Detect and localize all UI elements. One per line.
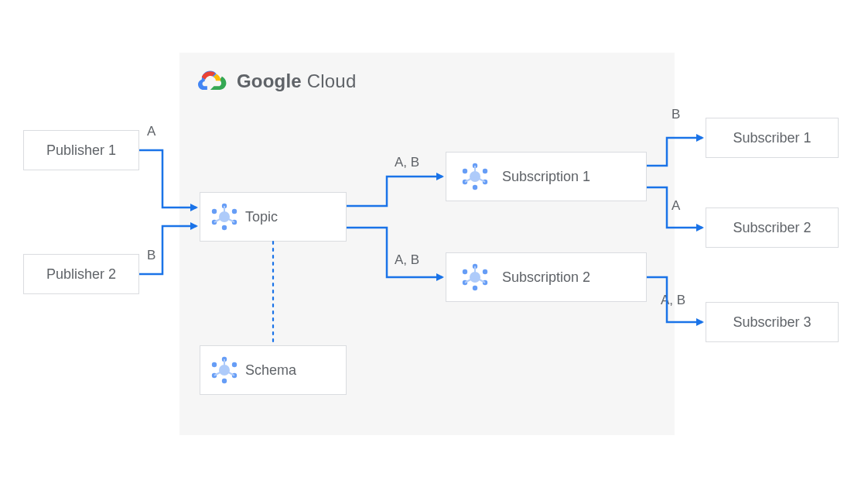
subscriber-1-label: Subscriber 1 <box>728 130 815 146</box>
google-cloud-title: Google Cloud <box>237 70 356 92</box>
publisher-2-label: Publisher 2 <box>42 266 121 283</box>
schema-label: Schema <box>241 362 301 379</box>
publisher-2-box: Publisher 2 <box>23 254 139 294</box>
topic-label: Topic <box>241 209 282 225</box>
svg-point-33 <box>463 269 467 274</box>
svg-point-14 <box>232 362 237 367</box>
edge-label-pub1-topic: A <box>147 124 155 139</box>
subscription-1-label: Subscription 1 <box>491 169 595 185</box>
pubsub-topic-icon <box>208 201 241 232</box>
subscriber-3-label: Subscriber 3 <box>728 314 815 331</box>
pubsub-subscription-2-icon <box>459 262 491 293</box>
edge-label-topic-sub1: A, B <box>395 155 419 170</box>
google-cloud-header: Google Cloud <box>198 67 356 96</box>
subscription-1-box: Subscription 1 <box>446 152 647 201</box>
svg-point-34 <box>483 269 487 274</box>
subscriber-3-box: Subscriber 3 <box>706 302 839 342</box>
edge-label-sub1-subscriber1: B <box>672 107 680 122</box>
edge-label-sub2-subscriber3: A, B <box>661 293 685 308</box>
google-cloud-title-bold: Google <box>237 70 302 91</box>
svg-point-2 <box>222 225 227 230</box>
pubsub-schema-icon <box>208 355 241 386</box>
publisher-1-box: Publisher 1 <box>23 130 139 170</box>
svg-point-3 <box>212 209 217 214</box>
subscription-2-label: Subscription 2 <box>491 269 595 286</box>
svg-point-24 <box>483 169 487 173</box>
google-cloud-logo-icon <box>198 67 227 96</box>
svg-point-12 <box>222 379 227 383</box>
schema-box: Schema <box>200 345 347 395</box>
edge-label-sub1-subscriber2: A <box>672 198 680 214</box>
subscriber-1-box: Subscriber 1 <box>706 118 839 158</box>
svg-point-13 <box>212 362 217 367</box>
subscriber-2-label: Subscriber 2 <box>728 220 815 236</box>
google-cloud-title-light: Cloud <box>302 70 357 91</box>
edge-label-topic-sub2: A, B <box>395 252 419 268</box>
subscriber-2-box: Subscriber 2 <box>706 207 839 248</box>
svg-point-32 <box>473 286 477 290</box>
svg-point-4 <box>232 209 237 214</box>
edge-label-pub2-topic: B <box>147 248 155 263</box>
svg-point-23 <box>463 169 467 173</box>
topic-box: Topic <box>200 192 347 242</box>
subscription-2-box: Subscription 2 <box>446 252 647 302</box>
svg-point-22 <box>473 185 477 190</box>
publisher-1-label: Publisher 1 <box>42 142 121 159</box>
pubsub-subscription-1-icon <box>459 161 491 192</box>
